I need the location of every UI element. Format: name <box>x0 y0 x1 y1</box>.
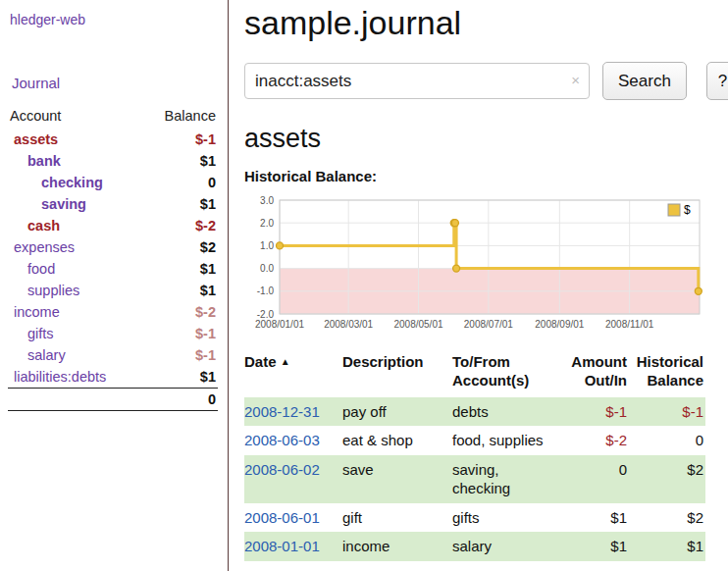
help-button[interactable]: ? <box>706 62 728 100</box>
account-balance: $-1 <box>154 129 218 150</box>
header-date-label: Date <box>244 353 277 370</box>
account-row: assets $-1 <box>8 129 218 150</box>
header-accounts: To/From Account(s) <box>452 350 554 397</box>
historical-balance-chart: 3.02.01.00.0-1.0-2.02008/01/012008/03/01… <box>244 194 705 337</box>
search-button[interactable]: Search <box>602 62 687 100</box>
txn-description: income <box>342 532 452 561</box>
svg-text:2.0: 2.0 <box>260 218 274 229</box>
accounts-header-balance: Balance <box>154 105 218 129</box>
account-link-checking[interactable]: checking <box>41 175 103 190</box>
txn-balance: 0 <box>629 426 705 455</box>
header-amount: Amount Out/In <box>554 350 629 397</box>
txn-date-link[interactable]: 2008-06-01 <box>244 509 320 526</box>
hledger-web-app: hledger-web Journal Account Balance asse… <box>0 0 728 571</box>
account-balance: $1 <box>154 366 218 389</box>
register-row: 2008-06-01 gift gifts $1 $2 <box>244 503 705 533</box>
txn-description: eat & shop <box>342 426 452 455</box>
account-link-bank[interactable]: bank <box>27 153 61 169</box>
account-row: supplies $1 <box>8 280 218 301</box>
txn-description: gift <box>342 503 452 533</box>
clear-search-icon[interactable]: × <box>571 72 580 88</box>
account-row: salary $-1 <box>8 344 218 366</box>
account-row: saving $1 <box>8 193 218 215</box>
header-description: Description <box>342 350 452 397</box>
journal-nav-link[interactable]: Journal <box>12 75 218 91</box>
txn-date-link[interactable]: 2008-06-03 <box>244 432 320 448</box>
account-link-saving[interactable]: saving <box>41 196 86 212</box>
accounts-total: 0 <box>154 389 218 411</box>
txn-date-link[interactable]: 2008-06-02 <box>244 461 320 478</box>
search-input[interactable] <box>244 63 590 99</box>
header-balance: Historical Balance <box>629 350 705 397</box>
svg-text:3.0: 3.0 <box>260 195 274 206</box>
account-row: cash $-2 <box>8 215 218 236</box>
search-box: × <box>244 63 590 99</box>
account-link-gifts[interactable]: gifts <box>27 326 54 341</box>
txn-amount: 0 <box>554 455 629 503</box>
accounts-table: Account Balance assets $-1 bank $1 check… <box>8 105 218 411</box>
txn-accounts: gifts <box>452 503 554 533</box>
account-balance: $-1 <box>154 344 218 366</box>
svg-text:-1.0: -1.0 <box>257 286 275 296</box>
account-link-salary[interactable]: salary <box>27 347 66 363</box>
account-balance: $1 <box>154 193 218 215</box>
register-header-row: Date ▲ Description To/From Account(s) Am… <box>244 350 705 397</box>
header-date[interactable]: Date ▲ <box>244 350 342 397</box>
register-row: 2008-12-31 pay off debts $-1 $-1 <box>244 397 705 427</box>
register-row: 2008-01-01 income salary $1 $1 <box>244 532 705 561</box>
txn-amount: $1 <box>554 532 629 561</box>
account-link-assets[interactable]: assets <box>14 131 58 147</box>
accounts-total-row: 0 <box>8 389 218 411</box>
svg-text:2008/09/01: 2008/09/01 <box>535 319 584 330</box>
txn-accounts: salary <box>452 532 554 561</box>
account-row: liabilities:debts $1 <box>8 366 218 389</box>
txn-amount: $-1 <box>554 397 629 427</box>
svg-text:2008/11/01: 2008/11/01 <box>605 319 654 330</box>
account-row: expenses $2 <box>8 236 218 258</box>
main-content: sample.journal × Search ? assets Histori… <box>229 0 728 571</box>
register-row: 2008-06-03 eat & shop food, supplies $-2… <box>244 426 705 455</box>
txn-date-link[interactable]: 2008-01-01 <box>244 538 320 554</box>
svg-text:-2.0: -2.0 <box>257 309 275 320</box>
txn-description: pay off <box>342 397 452 427</box>
account-link-liabilities-debts[interactable]: liabilities:debts <box>14 369 106 385</box>
svg-text:2008/01/01: 2008/01/01 <box>255 319 304 330</box>
search-bar: × Search ? <box>244 62 728 100</box>
account-balance: $1 <box>154 150 218 172</box>
txn-date-link[interactable]: 2008-12-31 <box>244 403 320 420</box>
txn-amount: $1 <box>554 503 629 533</box>
account-row: gifts $-1 <box>8 323 218 344</box>
account-link-supplies[interactable]: supplies <box>27 283 79 298</box>
sidebar: hledger-web Journal Account Balance asse… <box>0 0 229 571</box>
txn-accounts: saving, checking <box>452 455 554 503</box>
account-balance: 0 <box>154 172 218 193</box>
account-link-income[interactable]: income <box>14 304 60 320</box>
account-row: food $1 <box>8 258 218 280</box>
accounts-header-account: Account <box>8 105 154 129</box>
app-title-link[interactable]: hledger-web <box>10 12 218 27</box>
account-balance: $-2 <box>154 301 218 323</box>
svg-text:0.0: 0.0 <box>260 263 274 274</box>
txn-accounts: food, supplies <box>452 426 554 455</box>
txn-accounts: debts <box>452 397 554 427</box>
page-title: sample.journal <box>244 4 728 42</box>
account-balance: $-1 <box>154 323 218 344</box>
svg-text:2008/03/01: 2008/03/01 <box>324 319 373 330</box>
sort-asc-icon: ▲ <box>281 356 290 367</box>
account-balance: $-2 <box>154 215 218 236</box>
account-balance: $1 <box>154 280 218 301</box>
txn-balance: $2 <box>629 503 705 533</box>
account-link-food[interactable]: food <box>27 261 55 277</box>
svg-text:2008/07/01: 2008/07/01 <box>464 319 513 330</box>
accounts-header-row: Account Balance <box>8 105 218 129</box>
account-link-expenses[interactable]: expenses <box>14 239 75 255</box>
register-row: 2008-06-02 save saving, checking 0 $2 <box>244 455 705 503</box>
account-link-cash[interactable]: cash <box>27 218 60 234</box>
svg-text:1.0: 1.0 <box>260 240 274 251</box>
txn-amount: $-2 <box>554 426 629 455</box>
account-balance: $1 <box>154 258 218 280</box>
account-row: bank $1 <box>8 150 218 172</box>
txn-balance: $1 <box>629 532 705 561</box>
chart-svg: 3.02.01.00.0-1.0-2.02008/01/012008/03/01… <box>244 194 705 337</box>
txn-description: save <box>342 455 452 503</box>
